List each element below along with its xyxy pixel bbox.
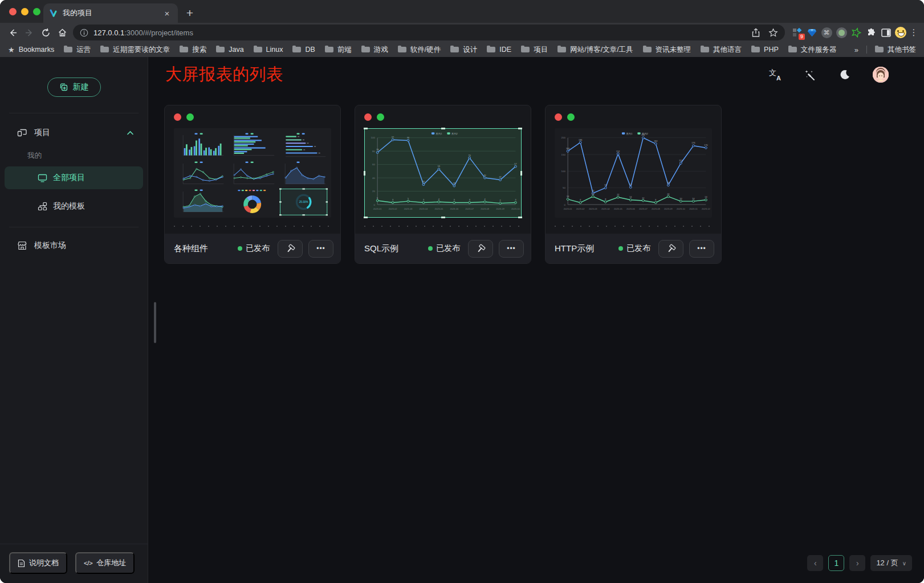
project-thumbnail[interactable]: 1008060402002023-012023-022023-032023-04… bbox=[364, 128, 522, 218]
bookmark-folder[interactable]: 资讯未整理 bbox=[643, 45, 691, 55]
next-page-button[interactable]: › bbox=[849, 555, 865, 571]
bookmark-folder[interactable]: 前端 bbox=[325, 45, 352, 55]
bookmark-folder[interactable]: Java bbox=[216, 46, 243, 54]
sidebar-footer: 说明文档 </> 仓库地址 bbox=[0, 544, 148, 583]
edit-project-button[interactable] bbox=[468, 240, 493, 258]
tab-close-icon[interactable]: × bbox=[162, 9, 172, 18]
sidebar-group-projects[interactable]: 项目 bbox=[0, 126, 148, 140]
bookmark-folder[interactable]: 项目 bbox=[521, 45, 548, 55]
minimize-window-button[interactable] bbox=[21, 8, 29, 15]
page-size-select[interactable]: 12 / 页 ∨ bbox=[870, 555, 912, 571]
selection-handle[interactable] bbox=[518, 128, 522, 129]
bookmark-folder[interactable]: 文件服务器 bbox=[788, 45, 837, 55]
project-card[interactable]: 1008060402002023-012023-022023-032023-04… bbox=[355, 105, 531, 264]
bookmark-folder[interactable]: IDE bbox=[487, 46, 511, 54]
more-options-button[interactable]: ••• bbox=[499, 240, 524, 258]
selection-handle[interactable] bbox=[364, 128, 368, 129]
user-avatar[interactable] bbox=[873, 67, 889, 83]
extension-cmd-icon[interactable]: ⌘ bbox=[819, 25, 834, 40]
project-card[interactable]: 2001501005002023-012023-022023-032023-04… bbox=[545, 105, 722, 264]
card-green-dot bbox=[567, 113, 575, 121]
card-green-dot bbox=[186, 113, 194, 121]
selection-handle[interactable] bbox=[520, 171, 522, 176]
bookmark-folder[interactable]: Linux bbox=[254, 46, 283, 54]
mini-chart-bars bbox=[177, 132, 226, 158]
docs-button[interactable]: 说明文档 bbox=[9, 552, 67, 574]
prev-page-button[interactable]: ‹ bbox=[807, 555, 823, 571]
project-thumbnail[interactable]: 25.00% bbox=[174, 128, 331, 218]
svg-text:200: 200 bbox=[641, 134, 645, 136]
extension-emoji-icon[interactable] bbox=[893, 25, 908, 40]
bookmark-folder-label: 运营 bbox=[76, 45, 91, 55]
svg-text:152: 152 bbox=[616, 150, 620, 153]
project-card[interactable]: 25.00%各种组件已发布••• bbox=[164, 105, 341, 264]
selection-handle[interactable] bbox=[441, 128, 445, 129]
extensions-puzzle-icon[interactable] bbox=[864, 25, 878, 40]
bookmark-folder[interactable]: 运营 bbox=[64, 45, 91, 55]
side-panel-icon[interactable] bbox=[878, 25, 893, 40]
extension-record-icon[interactable] bbox=[834, 25, 849, 40]
bookmark-folder[interactable]: 游戏 bbox=[361, 45, 388, 55]
close-window-button[interactable] bbox=[9, 8, 17, 15]
extension-star-icon[interactable] bbox=[849, 25, 864, 40]
folder-icon bbox=[751, 47, 760, 52]
main-content: 大屏报表的列表 文A bbox=[148, 57, 924, 583]
bookmark-folder[interactable]: 搜索 bbox=[180, 45, 206, 55]
extension-gem-icon[interactable] bbox=[804, 25, 819, 40]
bookmarks-overflow-button[interactable]: » bbox=[854, 46, 858, 54]
sidebar-item-template-market[interactable]: 模板市场 bbox=[0, 235, 148, 256]
more-options-button[interactable]: ••• bbox=[308, 240, 333, 258]
bookmark-folder[interactable]: 网站/博客/文章/工具 bbox=[557, 45, 633, 55]
bookmark-folder[interactable]: DB bbox=[292, 46, 315, 54]
other-bookmarks-button[interactable]: 其他书签 bbox=[875, 45, 916, 55]
hammer-icon bbox=[666, 244, 676, 254]
bookmark-folder[interactable]: 近期需要读的文章 bbox=[100, 45, 170, 55]
site-info-icon[interactable] bbox=[80, 28, 88, 37]
more-options-button[interactable]: ••• bbox=[689, 240, 714, 258]
share-icon[interactable] bbox=[751, 28, 760, 38]
browser-tab[interactable]: 我的项目 × bbox=[43, 3, 178, 23]
selection-handle[interactable] bbox=[441, 217, 445, 218]
selection-handle[interactable] bbox=[364, 217, 368, 218]
edit-project-button[interactable] bbox=[278, 240, 303, 258]
bookmark-folder-label: DB bbox=[305, 46, 315, 54]
bookmark-folder[interactable]: 软件/硬件 bbox=[398, 45, 441, 55]
bookmark-folder[interactable]: 设计 bbox=[450, 45, 477, 55]
folder-icon bbox=[701, 47, 709, 52]
address-bar[interactable]: 127.0.0.1:3000/#/project/items bbox=[73, 25, 785, 40]
new-button-label: 新建 bbox=[73, 82, 89, 92]
project-thumbnail[interactable]: 2001501005002023-012023-022023-032023-04… bbox=[555, 128, 712, 218]
current-page-button[interactable]: 1 bbox=[828, 555, 844, 571]
screens-icon bbox=[17, 128, 27, 137]
sidebar-item-label: 模板市场 bbox=[34, 240, 66, 251]
reload-button[interactable] bbox=[38, 25, 54, 40]
selection-handle[interactable] bbox=[364, 171, 365, 176]
selection-handle[interactable] bbox=[518, 217, 522, 218]
sidebar-item-all-projects[interactable]: 全部项目 bbox=[5, 166, 143, 189]
sidebar: 新建 项目 我的 全部项目 bbox=[0, 57, 148, 583]
bookmarks-manager-item[interactable]: ★ Bookmarks bbox=[8, 46, 54, 54]
zoom-window-button[interactable] bbox=[33, 8, 40, 15]
dark-mode-moon-icon[interactable] bbox=[838, 68, 852, 81]
home-button[interactable] bbox=[54, 25, 71, 40]
chevron-up-icon[interactable] bbox=[127, 131, 134, 136]
edit-project-button[interactable] bbox=[658, 240, 683, 258]
new-tab-button[interactable]: + bbox=[181, 5, 198, 22]
back-button[interactable] bbox=[5, 25, 21, 40]
repo-button[interactable]: </> 仓库地址 bbox=[75, 552, 135, 574]
svg-text:10: 10 bbox=[692, 198, 694, 200]
mini-chart-lines bbox=[228, 160, 276, 186]
card-red-dot bbox=[174, 113, 181, 121]
scrollbar-thumb[interactable] bbox=[154, 302, 156, 343]
extension-grid-icon[interactable]: 9 bbox=[789, 25, 804, 40]
bookmark-folder[interactable]: PHP bbox=[751, 46, 779, 54]
language-toggle-icon[interactable]: 文A bbox=[768, 68, 782, 81]
forward-button[interactable] bbox=[21, 25, 38, 40]
browser-menu-icon[interactable]: ⋮ bbox=[908, 27, 919, 38]
new-project-button[interactable]: 新建 bbox=[47, 78, 101, 97]
bookmark-folder[interactable]: 其他语言 bbox=[701, 45, 742, 55]
magic-wand-icon[interactable] bbox=[803, 68, 817, 81]
sidebar-item-my-templates[interactable]: 我的模板 bbox=[5, 195, 143, 218]
svg-text:12: 12 bbox=[642, 197, 644, 199]
bookmark-star-icon[interactable] bbox=[768, 28, 778, 38]
